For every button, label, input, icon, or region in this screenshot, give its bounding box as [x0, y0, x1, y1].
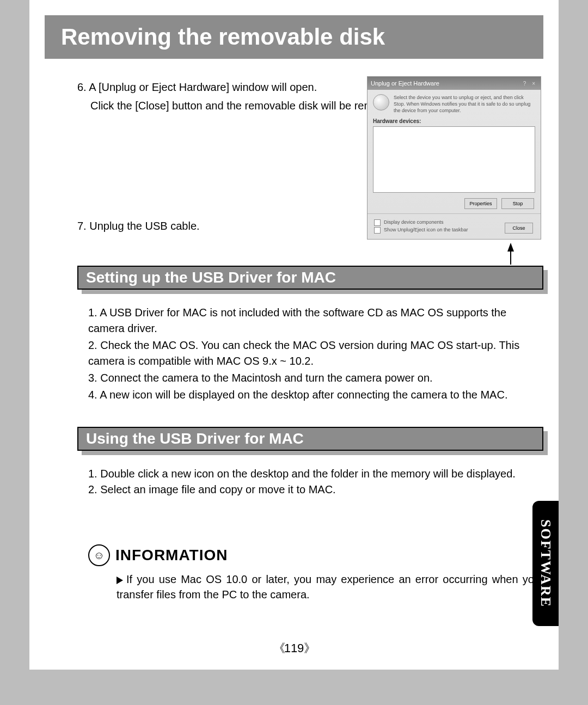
info-icon: ☺: [88, 544, 110, 566]
list-item: 4. A new icon will be displayed on the d…: [88, 387, 535, 403]
dialog-screenshot: Unplug or Eject Hardware ? × Select the …: [367, 76, 541, 279]
section-title: Setting up the USB Driver for MAC: [86, 269, 336, 286]
dialog-title: Unplug or Eject Hardware: [371, 80, 439, 87]
manual-page: Removing the removable disk 6. A [Unplug…: [29, 0, 559, 670]
information-body: If you use Mac OS 10.0 or later, you may…: [88, 572, 540, 602]
list-item: 1. A USB Driver for MAC is not included …: [88, 305, 535, 336]
section-title: Using the USB Driver for MAC: [86, 430, 304, 447]
list-item: 2. Select an image file and copy or move…: [88, 482, 535, 498]
dialog-button-row: Properties Stop: [367, 193, 541, 209]
eject-hardware-window: Unplug or Eject Hardware ? × Select the …: [367, 76, 541, 240]
properties-button: Properties: [464, 198, 497, 209]
dialog-hint-text: Select the device you want to unplug or …: [394, 94, 535, 114]
eject-icon: [373, 94, 389, 111]
close-button: Close: [505, 223, 533, 234]
window-control-icons: ? ×: [523, 81, 537, 87]
section-heading-using-mac: Using the USB Driver for MAC: [77, 427, 543, 451]
list-item: 1. Double click a new icon on the deskto…: [88, 466, 535, 482]
dialog-options: Display device components Show Unplug/Ej…: [367, 213, 541, 238]
arrow-up-icon: [507, 243, 514, 252]
chapter-tab-label: SOFTWARE: [537, 519, 554, 608]
section-heading-setup-mac: Setting up the USB Driver for MAC: [77, 266, 543, 290]
dialog-titlebar: Unplug or Eject Hardware ? ×: [367, 77, 541, 90]
section-using-mac-body: 1. Double click a new icon on the deskto…: [88, 466, 535, 498]
section-setup-mac-body: 1. A USB Driver for MAC is not included …: [88, 305, 535, 404]
list-item: 3. Connect the camera to the Macintosh a…: [88, 370, 535, 386]
list-item: 2. Check the MAC OS. You can check the M…: [88, 338, 535, 369]
step-7: 7. Unplug the USB cable.: [77, 220, 200, 232]
stop-button: Stop: [501, 198, 534, 209]
page-title-bar: Removing the removable disk: [45, 15, 543, 59]
information-text: If you use Mac OS 10.0 or later, you may…: [117, 573, 540, 600]
page-number: 《119》: [29, 640, 559, 657]
page-title: Removing the removable disk: [45, 24, 385, 50]
chapter-tab: SOFTWARE: [532, 501, 559, 626]
dialog-list-label: Hardware devices:: [367, 118, 541, 126]
dialog-hint: Select the device you want to unplug or …: [367, 90, 541, 118]
information-block: ☺ INFORMATION If you use Mac OS 10.0 or …: [88, 544, 540, 602]
information-title: INFORMATION: [115, 547, 228, 564]
device-listbox: [373, 126, 535, 193]
triangle-bullet-icon: [117, 577, 123, 584]
